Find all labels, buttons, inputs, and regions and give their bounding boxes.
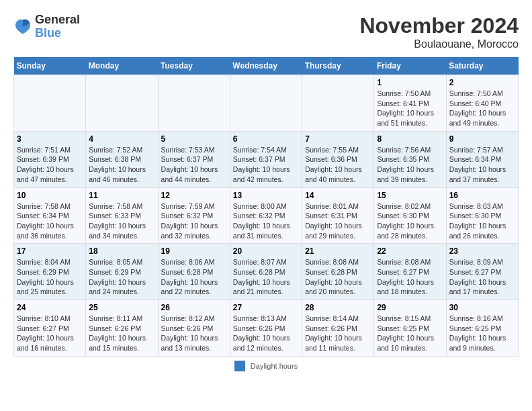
day-info: Sunrise: 7:54 AM Sunset: 6:37 PM Dayligh…: [233, 145, 299, 185]
calendar-cell: 22Sunrise: 8:08 AM Sunset: 6:27 PM Dayli…: [374, 244, 446, 300]
calendar-cell: 13Sunrise: 8:00 AM Sunset: 6:32 PM Dayli…: [230, 187, 302, 244]
day-info: Sunrise: 8:07 AM Sunset: 6:28 PM Dayligh…: [233, 257, 299, 297]
day-number: 22: [377, 246, 443, 256]
day-number: 10: [17, 191, 83, 200]
calendar-cell: 7Sunrise: 7:55 AM Sunset: 6:36 PM Daylig…: [302, 131, 374, 187]
calendar-cell: 27Sunrise: 8:13 AM Sunset: 6:26 PM Dayli…: [230, 300, 302, 357]
day-info: Sunrise: 7:53 AM Sunset: 6:37 PM Dayligh…: [161, 145, 227, 185]
day-info: Sunrise: 7:52 AM Sunset: 6:38 PM Dayligh…: [89, 145, 154, 185]
day-number: 28: [305, 303, 371, 312]
calendar-cell: [302, 75, 374, 132]
calendar-cell: 6Sunrise: 7:54 AM Sunset: 6:37 PM Daylig…: [230, 131, 302, 187]
calendar-cell: 16Sunrise: 8:03 AM Sunset: 6:30 PM Dayli…: [446, 187, 518, 244]
day-number: 12: [161, 191, 227, 200]
day-number: 18: [89, 246, 154, 256]
page-header: General Blue November 2024 Boulaouane, M…: [13, 13, 519, 50]
day-info: Sunrise: 8:12 AM Sunset: 6:26 PM Dayligh…: [161, 314, 227, 353]
day-info: Sunrise: 7:57 AM Sunset: 6:34 PM Dayligh…: [449, 145, 515, 185]
calendar-cell: 26Sunrise: 8:12 AM Sunset: 6:26 PM Dayli…: [158, 300, 230, 357]
day-info: Sunrise: 8:16 AM Sunset: 6:25 PM Dayligh…: [449, 314, 515, 353]
calendar-cell: 14Sunrise: 8:01 AM Sunset: 6:31 PM Dayli…: [302, 187, 374, 244]
day-number: 8: [377, 134, 443, 144]
calendar-cell: 2Sunrise: 7:50 AM Sunset: 6:40 PM Daylig…: [446, 75, 518, 132]
calendar-week-row: 1Sunrise: 7:50 AM Sunset: 6:41 PM Daylig…: [14, 75, 519, 132]
calendar-day-header: Saturday: [446, 57, 518, 75]
calendar-day-header: Sunday: [14, 57, 86, 75]
calendar-week-row: 10Sunrise: 7:58 AM Sunset: 6:34 PM Dayli…: [14, 187, 519, 244]
day-info: Sunrise: 7:58 AM Sunset: 6:33 PM Dayligh…: [89, 201, 154, 241]
footer-swatch: [234, 361, 245, 371]
day-number: 14: [305, 191, 371, 200]
calendar-cell: [14, 75, 86, 132]
logo-text: General Blue: [35, 13, 80, 40]
calendar-cell: 3Sunrise: 7:51 AM Sunset: 6:39 PM Daylig…: [14, 131, 86, 187]
calendar-cell: 25Sunrise: 8:11 AM Sunset: 6:26 PM Dayli…: [86, 300, 158, 357]
day-info: Sunrise: 8:14 AM Sunset: 6:26 PM Dayligh…: [305, 314, 371, 353]
day-info: Sunrise: 8:00 AM Sunset: 6:32 PM Dayligh…: [233, 201, 299, 241]
day-info: Sunrise: 8:09 AM Sunset: 6:27 PM Dayligh…: [449, 257, 515, 297]
day-info: Sunrise: 8:01 AM Sunset: 6:31 PM Dayligh…: [305, 201, 371, 241]
calendar-cell: 8Sunrise: 7:56 AM Sunset: 6:35 PM Daylig…: [374, 131, 446, 187]
day-number: 19: [161, 246, 227, 256]
calendar-cell: [86, 75, 158, 132]
day-number: 1: [377, 78, 443, 87]
day-number: 23: [449, 246, 515, 256]
day-number: 26: [161, 303, 227, 312]
calendar-cell: 30Sunrise: 8:16 AM Sunset: 6:25 PM Dayli…: [446, 300, 518, 357]
day-number: 6: [233, 134, 299, 144]
day-info: Sunrise: 8:15 AM Sunset: 6:25 PM Dayligh…: [377, 314, 443, 353]
calendar-cell: 19Sunrise: 8:06 AM Sunset: 6:28 PM Dayli…: [158, 244, 230, 300]
day-number: 2: [449, 78, 515, 87]
calendar-day-header: Wednesday: [230, 57, 302, 75]
calendar-table: SundayMondayTuesdayWednesdayThursdayFrid…: [13, 57, 519, 357]
day-info: Sunrise: 7:51 AM Sunset: 6:39 PM Dayligh…: [17, 145, 83, 185]
calendar-cell: 28Sunrise: 8:14 AM Sunset: 6:26 PM Dayli…: [302, 300, 374, 357]
title-block: November 2024 Boulaouane, Morocco: [359, 13, 519, 50]
calendar-cell: 1Sunrise: 7:50 AM Sunset: 6:41 PM Daylig…: [374, 75, 446, 132]
day-info: Sunrise: 8:03 AM Sunset: 6:30 PM Dayligh…: [449, 201, 515, 241]
calendar-cell: 15Sunrise: 8:02 AM Sunset: 6:30 PM Dayli…: [374, 187, 446, 244]
day-number: 27: [233, 303, 299, 312]
footer: Daylight hours: [13, 361, 519, 371]
calendar-cell: 20Sunrise: 8:07 AM Sunset: 6:28 PM Dayli…: [230, 244, 302, 300]
day-number: 15: [377, 191, 443, 200]
day-number: 4: [89, 134, 154, 144]
calendar-cell: 12Sunrise: 7:59 AM Sunset: 6:32 PM Dayli…: [158, 187, 230, 244]
calendar-day-header: Thursday: [302, 57, 374, 75]
day-info: Sunrise: 8:04 AM Sunset: 6:29 PM Dayligh…: [17, 257, 83, 297]
calendar-cell: 23Sunrise: 8:09 AM Sunset: 6:27 PM Dayli…: [446, 244, 518, 300]
day-number: 7: [305, 134, 371, 144]
day-info: Sunrise: 8:13 AM Sunset: 6:26 PM Dayligh…: [233, 314, 299, 353]
day-info: Sunrise: 8:05 AM Sunset: 6:29 PM Dayligh…: [89, 257, 154, 297]
footer-label: Daylight hours: [251, 362, 298, 370]
logo-icon: [13, 17, 32, 36]
day-number: 29: [377, 303, 443, 312]
day-number: 3: [17, 134, 83, 144]
day-info: Sunrise: 7:59 AM Sunset: 6:32 PM Dayligh…: [161, 201, 227, 241]
day-number: 30: [449, 303, 515, 312]
logo: General Blue: [13, 13, 80, 40]
day-info: Sunrise: 7:56 AM Sunset: 6:35 PM Dayligh…: [377, 145, 443, 185]
day-info: Sunrise: 7:50 AM Sunset: 6:41 PM Dayligh…: [377, 89, 443, 128]
day-info: Sunrise: 8:10 AM Sunset: 6:27 PM Dayligh…: [17, 314, 83, 353]
day-number: 21: [305, 246, 371, 256]
calendar-cell: 5Sunrise: 7:53 AM Sunset: 6:37 PM Daylig…: [158, 131, 230, 187]
day-info: Sunrise: 8:02 AM Sunset: 6:30 PM Dayligh…: [377, 201, 443, 241]
calendar-week-row: 3Sunrise: 7:51 AM Sunset: 6:39 PM Daylig…: [14, 131, 519, 187]
day-number: 5: [161, 134, 227, 144]
day-number: 25: [89, 303, 154, 312]
calendar-header-row: SundayMondayTuesdayWednesdayThursdayFrid…: [14, 57, 519, 75]
day-info: Sunrise: 7:58 AM Sunset: 6:34 PM Dayligh…: [17, 201, 83, 241]
day-number: 24: [17, 303, 83, 312]
day-number: 11: [89, 191, 154, 200]
page-subtitle: Boulaouane, Morocco: [359, 38, 519, 50]
calendar-cell: 17Sunrise: 8:04 AM Sunset: 6:29 PM Dayli…: [14, 244, 86, 300]
day-info: Sunrise: 7:50 AM Sunset: 6:40 PM Dayligh…: [449, 89, 515, 128]
calendar-cell: 29Sunrise: 8:15 AM Sunset: 6:25 PM Dayli…: [374, 300, 446, 357]
calendar-week-row: 17Sunrise: 8:04 AM Sunset: 6:29 PM Dayli…: [14, 244, 519, 300]
calendar-cell: 24Sunrise: 8:10 AM Sunset: 6:27 PM Dayli…: [14, 300, 86, 357]
calendar-week-row: 24Sunrise: 8:10 AM Sunset: 6:27 PM Dayli…: [14, 300, 519, 357]
calendar-cell: 10Sunrise: 7:58 AM Sunset: 6:34 PM Dayli…: [14, 187, 86, 244]
day-info: Sunrise: 8:08 AM Sunset: 6:27 PM Dayligh…: [377, 257, 443, 297]
calendar-cell: [230, 75, 302, 132]
